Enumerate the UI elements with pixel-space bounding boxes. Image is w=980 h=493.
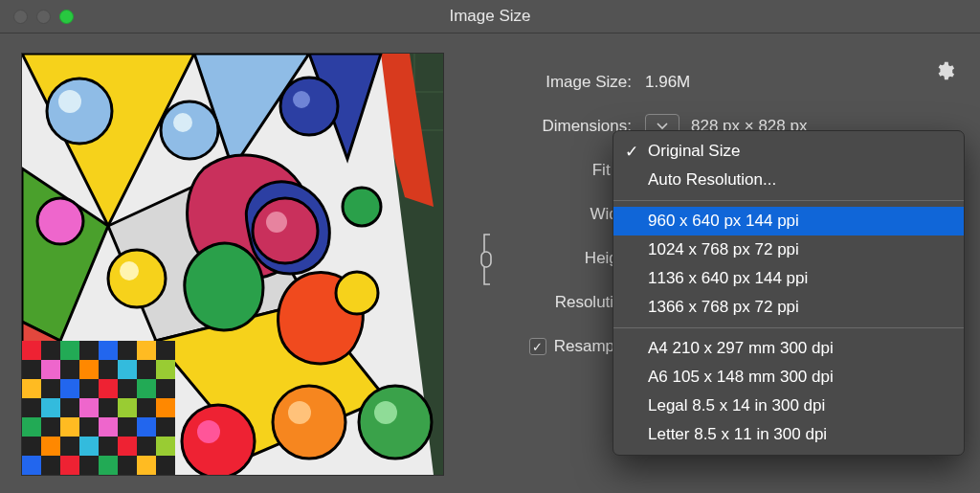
menu-item-label: 960 x 640 px 144 ppi <box>648 212 799 231</box>
menu-item-label: 1366 x 768 px 72 ppi <box>648 298 799 317</box>
svg-rect-30 <box>118 437 137 456</box>
menu-item[interactable]: 1366 x 768 px 72 ppi <box>613 293 964 322</box>
window-controls <box>13 10 74 24</box>
svg-point-37 <box>58 90 81 113</box>
svg-rect-14 <box>118 360 137 379</box>
svg-rect-18 <box>99 379 118 398</box>
svg-rect-10 <box>99 341 118 360</box>
link-icon[interactable] <box>477 233 496 286</box>
titlebar: Image Size <box>0 0 980 34</box>
svg-point-48 <box>273 386 345 459</box>
svg-rect-21 <box>79 398 99 417</box>
svg-rect-28 <box>41 437 60 456</box>
svg-point-39 <box>173 113 192 132</box>
minimize-window-button[interactable] <box>36 10 51 24</box>
svg-rect-25 <box>60 417 79 437</box>
svg-rect-15 <box>156 360 175 379</box>
resolution-label: Resolution <box>469 293 632 312</box>
svg-rect-55 <box>481 252 491 267</box>
menu-item-label: Original Size <box>648 142 740 161</box>
svg-point-51 <box>374 401 397 424</box>
svg-point-52 <box>37 198 83 244</box>
svg-rect-24 <box>22 417 41 437</box>
svg-point-41 <box>293 91 310 108</box>
menu-item-label: 1024 x 768 px 72 ppi <box>648 240 799 259</box>
svg-rect-26 <box>99 417 118 437</box>
menu-item[interactable]: A6 105 x 148 mm 300 dpi <box>613 363 964 392</box>
svg-rect-13 <box>79 360 99 379</box>
zoom-window-button[interactable] <box>59 10 74 24</box>
svg-point-43 <box>266 212 287 233</box>
svg-point-45 <box>120 261 139 280</box>
menu-item-label: A6 105 x 148 mm 300 dpi <box>648 368 834 387</box>
svg-point-38 <box>161 101 218 159</box>
menu-item-label: 1136 x 640 px 144 ppi <box>648 269 808 288</box>
menu-item[interactable]: 1136 x 640 px 144 ppi <box>613 264 964 293</box>
menu-item[interactable]: A4 210 x 297 mm 300 dpi <box>613 334 964 363</box>
svg-rect-9 <box>60 341 79 360</box>
menu-item[interactable]: Letter 8.5 x 11 in 300 dpi <box>613 420 964 449</box>
menu-separator <box>613 200 964 201</box>
svg-rect-11 <box>137 341 156 360</box>
fit-to-label: Fit To <box>469 161 632 180</box>
svg-point-44 <box>108 250 166 307</box>
svg-rect-31 <box>156 437 175 456</box>
close-window-button[interactable] <box>13 10 28 24</box>
check-icon: ✓ <box>625 142 638 162</box>
svg-rect-8 <box>22 341 41 360</box>
svg-point-47 <box>197 420 220 443</box>
svg-rect-22 <box>118 398 137 417</box>
svg-rect-20 <box>41 398 60 417</box>
svg-rect-34 <box>99 456 118 475</box>
svg-point-40 <box>280 78 338 135</box>
image-size-value: 1.96M <box>645 73 690 92</box>
svg-rect-27 <box>137 417 156 437</box>
image-size-label: Image Size: <box>469 73 632 92</box>
menu-item-label: A4 210 x 297 mm 300 dpi <box>648 339 834 358</box>
menu-item[interactable]: ✓Original Size <box>613 137 964 166</box>
svg-rect-17 <box>60 379 79 398</box>
menu-item-label: Legal 8.5 x 14 in 300 dpi <box>648 396 825 415</box>
svg-rect-16 <box>22 379 41 398</box>
svg-point-42 <box>253 198 318 263</box>
dimensions-label: Dimensions: <box>469 117 632 136</box>
svg-rect-12 <box>41 360 60 379</box>
svg-rect-23 <box>156 398 175 417</box>
svg-point-54 <box>336 272 378 314</box>
menu-item-label: Letter 8.5 x 11 in 300 dpi <box>648 425 827 444</box>
svg-rect-19 <box>137 379 156 398</box>
svg-point-53 <box>343 188 381 226</box>
svg-point-50 <box>359 386 432 459</box>
fit-to-menu: ✓Original SizeAuto Resolution...960 x 64… <box>612 130 965 456</box>
menu-separator <box>613 327 964 328</box>
resample-checkbox[interactable]: ✓ <box>529 338 546 355</box>
gear-icon[interactable] <box>934 60 955 81</box>
svg-point-46 <box>182 405 255 475</box>
preview-artwork <box>22 54 443 475</box>
svg-rect-33 <box>60 456 79 475</box>
menu-item[interactable]: Auto Resolution... <box>613 166 964 194</box>
width-label: Width <box>469 205 632 224</box>
window-title: Image Size <box>0 7 980 26</box>
svg-rect-35 <box>137 456 156 475</box>
svg-point-49 <box>288 401 311 424</box>
svg-point-36 <box>47 78 112 144</box>
chevron-down-icon <box>657 123 668 130</box>
svg-rect-32 <box>22 456 41 475</box>
svg-rect-29 <box>79 437 99 456</box>
menu-item[interactable]: 1024 x 768 px 72 ppi <box>613 235 964 264</box>
image-preview <box>21 53 444 476</box>
menu-item-label: Auto Resolution... <box>648 170 776 190</box>
menu-item[interactable]: Legal 8.5 x 14 in 300 dpi <box>613 392 964 420</box>
menu-item[interactable]: 960 x 640 px 144 ppi <box>613 207 964 235</box>
